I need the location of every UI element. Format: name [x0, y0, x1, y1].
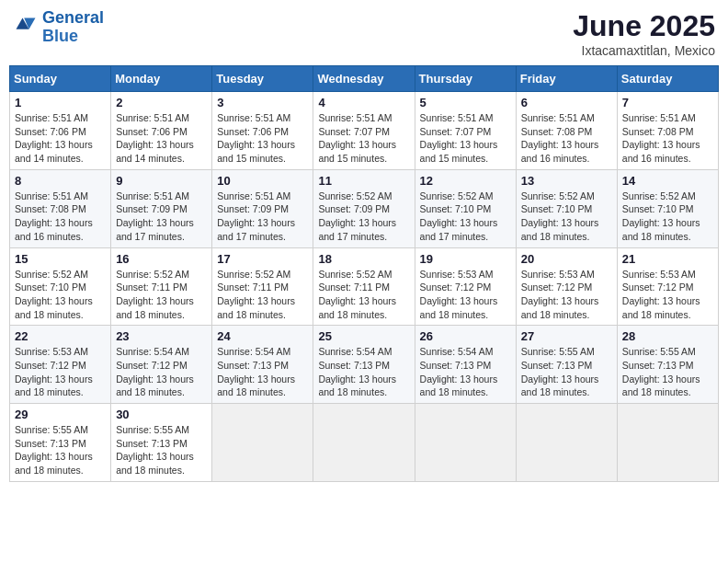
day-number: 21 — [622, 252, 713, 266]
table-row: 10 Sunrise: 5:51 AM Sunset: 7:09 PM Dayl… — [212, 169, 313, 247]
table-row — [415, 404, 516, 482]
logo-text: GeneralBlue — [42, 9, 104, 46]
table-row: 16 Sunrise: 5:52 AM Sunset: 7:11 PM Dayl… — [111, 247, 212, 326]
table-row: 1 Sunrise: 5:51 AM Sunset: 7:06 PM Dayli… — [10, 92, 111, 170]
col-tuesday: Tuesday — [212, 66, 313, 92]
day-number: 18 — [318, 252, 409, 266]
day-info: Sunrise: 5:52 AM Sunset: 7:11 PM Dayligh… — [116, 268, 207, 322]
day-number: 24 — [217, 329, 308, 343]
table-row: 6 Sunrise: 5:51 AM Sunset: 7:08 PM Dayli… — [516, 92, 617, 170]
table-row: 12 Sunrise: 5:52 AM Sunset: 7:10 PM Dayl… — [415, 169, 516, 247]
table-row — [617, 404, 718, 482]
table-row: 9 Sunrise: 5:51 AM Sunset: 7:09 PM Dayli… — [111, 169, 212, 247]
table-row — [212, 404, 313, 482]
day-info: Sunrise: 5:52 AM Sunset: 7:10 PM Dayligh… — [420, 190, 511, 244]
day-number: 28 — [622, 329, 713, 343]
day-number: 9 — [116, 174, 207, 188]
col-sunday: Sunday — [10, 66, 111, 92]
table-row: 29 Sunrise: 5:55 AM Sunset: 7:13 PM Dayl… — [10, 404, 111, 482]
table-row: 30 Sunrise: 5:55 AM Sunset: 7:13 PM Dayl… — [111, 404, 212, 482]
page-header: GeneralBlue June 2025 Ixtacamaxtitlan, M… — [9, 9, 719, 58]
table-row: 17 Sunrise: 5:52 AM Sunset: 7:11 PM Dayl… — [212, 247, 313, 326]
table-row: 8 Sunrise: 5:51 AM Sunset: 7:08 PM Dayli… — [10, 169, 111, 247]
day-info: Sunrise: 5:53 AM Sunset: 7:12 PM Dayligh… — [15, 345, 106, 399]
table-row: 11 Sunrise: 5:52 AM Sunset: 7:09 PM Dayl… — [313, 169, 415, 247]
day-info: Sunrise: 5:55 AM Sunset: 7:13 PM Dayligh… — [521, 345, 612, 399]
day-number: 16 — [116, 252, 207, 266]
day-info: Sunrise: 5:51 AM Sunset: 7:07 PM Dayligh… — [318, 111, 409, 166]
day-number: 3 — [217, 96, 308, 109]
day-info: Sunrise: 5:55 AM Sunset: 7:13 PM Dayligh… — [622, 345, 713, 399]
day-number: 15 — [15, 252, 106, 266]
day-info: Sunrise: 5:51 AM Sunset: 7:08 PM Dayligh… — [521, 111, 612, 166]
day-info: Sunrise: 5:51 AM Sunset: 7:08 PM Dayligh… — [15, 190, 106, 244]
table-row: 15 Sunrise: 5:52 AM Sunset: 7:10 PM Dayl… — [10, 247, 111, 326]
day-number: 7 — [622, 96, 713, 109]
table-row: 23 Sunrise: 5:54 AM Sunset: 7:12 PM Dayl… — [111, 326, 212, 404]
day-number: 1 — [15, 96, 106, 109]
day-info: Sunrise: 5:53 AM Sunset: 7:12 PM Dayligh… — [521, 268, 612, 322]
day-number: 22 — [15, 329, 106, 343]
table-row: 7 Sunrise: 5:51 AM Sunset: 7:08 PM Dayli… — [617, 92, 718, 170]
day-info: Sunrise: 5:54 AM Sunset: 7:13 PM Dayligh… — [420, 345, 511, 399]
col-monday: Monday — [111, 66, 212, 92]
day-info: Sunrise: 5:55 AM Sunset: 7:13 PM Dayligh… — [116, 423, 207, 477]
day-info: Sunrise: 5:51 AM Sunset: 7:08 PM Dayligh… — [622, 111, 713, 166]
table-row: 4 Sunrise: 5:51 AM Sunset: 7:07 PM Dayli… — [313, 92, 415, 170]
day-number: 14 — [622, 174, 713, 188]
day-info: Sunrise: 5:52 AM Sunset: 7:11 PM Dayligh… — [318, 268, 409, 322]
day-info: Sunrise: 5:51 AM Sunset: 7:06 PM Dayligh… — [217, 111, 308, 166]
day-number: 17 — [217, 252, 308, 266]
title-block: June 2025 Ixtacamaxtitlan, Mexico — [573, 9, 715, 58]
day-info: Sunrise: 5:54 AM Sunset: 7:13 PM Dayligh… — [318, 345, 409, 399]
table-row: 21 Sunrise: 5:53 AM Sunset: 7:12 PM Dayl… — [617, 247, 718, 326]
header-row: Sunday Monday Tuesday Wednesday Thursday… — [10, 66, 719, 92]
day-info: Sunrise: 5:52 AM Sunset: 7:10 PM Dayligh… — [15, 268, 106, 322]
table-row: 19 Sunrise: 5:53 AM Sunset: 7:12 PM Dayl… — [415, 247, 516, 326]
day-number: 29 — [15, 408, 106, 421]
col-thursday: Thursday — [415, 66, 516, 92]
day-info: Sunrise: 5:53 AM Sunset: 7:12 PM Dayligh… — [420, 268, 511, 322]
table-row — [313, 404, 415, 482]
table-row: 3 Sunrise: 5:51 AM Sunset: 7:06 PM Dayli… — [212, 92, 313, 170]
day-info: Sunrise: 5:51 AM Sunset: 7:06 PM Dayligh… — [116, 111, 207, 166]
table-row: 2 Sunrise: 5:51 AM Sunset: 7:06 PM Dayli… — [111, 92, 212, 170]
day-number: 4 — [318, 96, 409, 109]
table-row: 22 Sunrise: 5:53 AM Sunset: 7:12 PM Dayl… — [10, 326, 111, 404]
location: Ixtacamaxtitlan, Mexico — [573, 43, 715, 58]
day-info: Sunrise: 5:52 AM Sunset: 7:11 PM Dayligh… — [217, 268, 308, 322]
table-row: 5 Sunrise: 5:51 AM Sunset: 7:07 PM Dayli… — [415, 92, 516, 170]
day-number: 12 — [420, 174, 511, 188]
day-number: 6 — [521, 96, 612, 109]
day-number: 23 — [116, 329, 207, 343]
day-number: 27 — [521, 329, 612, 343]
table-row: 18 Sunrise: 5:52 AM Sunset: 7:11 PM Dayl… — [313, 247, 415, 326]
day-number: 25 — [318, 329, 409, 343]
table-row: 28 Sunrise: 5:55 AM Sunset: 7:13 PM Dayl… — [617, 326, 718, 404]
day-number: 30 — [116, 408, 207, 421]
day-number: 2 — [116, 96, 207, 109]
table-row: 27 Sunrise: 5:55 AM Sunset: 7:13 PM Dayl… — [516, 326, 617, 404]
day-number: 5 — [420, 96, 511, 109]
day-number: 13 — [521, 174, 612, 188]
day-number: 20 — [521, 252, 612, 266]
day-number: 11 — [318, 174, 409, 188]
logo: GeneralBlue — [13, 9, 104, 46]
day-info: Sunrise: 5:52 AM Sunset: 7:10 PM Dayligh… — [521, 190, 612, 244]
day-number: 8 — [15, 174, 106, 188]
day-info: Sunrise: 5:54 AM Sunset: 7:12 PM Dayligh… — [116, 345, 207, 399]
col-wednesday: Wednesday — [313, 66, 415, 92]
table-row — [516, 404, 617, 482]
day-info: Sunrise: 5:55 AM Sunset: 7:13 PM Dayligh… — [15, 423, 106, 477]
table-row: 20 Sunrise: 5:53 AM Sunset: 7:12 PM Dayl… — [516, 247, 617, 326]
day-info: Sunrise: 5:52 AM Sunset: 7:09 PM Dayligh… — [318, 190, 409, 244]
logo-icon — [13, 15, 39, 40]
col-saturday: Saturday — [617, 66, 718, 92]
month-title: June 2025 — [573, 9, 715, 43]
table-row: 14 Sunrise: 5:52 AM Sunset: 7:10 PM Dayl… — [617, 169, 718, 247]
day-number: 19 — [420, 252, 511, 266]
col-friday: Friday — [516, 66, 617, 92]
day-info: Sunrise: 5:51 AM Sunset: 7:09 PM Dayligh… — [217, 190, 308, 244]
day-info: Sunrise: 5:53 AM Sunset: 7:12 PM Dayligh… — [622, 268, 713, 322]
day-number: 10 — [217, 174, 308, 188]
